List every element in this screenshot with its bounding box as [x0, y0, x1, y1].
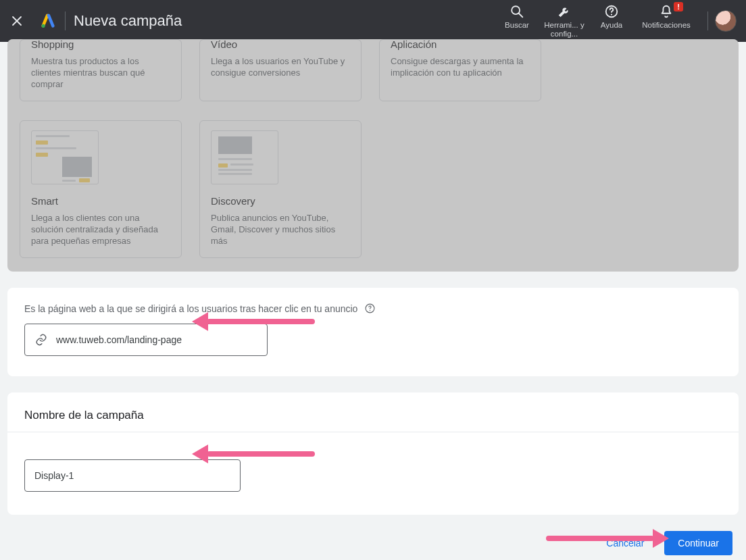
card-thumbnail: [211, 130, 278, 184]
tools-action[interactable]: Herrami... y config...: [543, 4, 586, 39]
card-desc: Llega a los usuarios en YouTube y consig…: [211, 55, 350, 78]
continue-button[interactable]: Continuar: [664, 531, 732, 555]
card-desc: Publica anuncios en YouTube, Gmail, Disc…: [211, 212, 350, 247]
card-desc: Muestra tus productos a los clientes mie…: [31, 55, 170, 90]
footer-actions: Cancelar Continuar: [0, 515, 746, 555]
bell-icon: [659, 4, 674, 19]
close-icon: [11, 15, 23, 27]
link-icon: [34, 333, 48, 347]
campaign-name-input[interactable]: [34, 470, 230, 481]
card-title: Smart: [31, 195, 170, 207]
campaign-name-section: Nombre de la campaña: [7, 392, 739, 515]
landing-url-input[interactable]: [56, 334, 257, 345]
card-smart[interactable]: Smart Llega a los clientes con una soluc…: [20, 120, 182, 258]
appbar-divider-2: [707, 11, 708, 30]
card-desc: Consigue descargas y aumenta la implicac…: [391, 55, 530, 78]
help-label: Ayuda: [601, 21, 622, 30]
card-desc: Llega a los clientes con una solución ce…: [31, 212, 170, 247]
wrench-icon: [557, 4, 572, 19]
svg-point-3: [611, 14, 612, 15]
close-button[interactable]: [0, 15, 34, 27]
user-avatar[interactable]: [715, 10, 737, 32]
cancel-button[interactable]: Cancelar: [601, 532, 649, 555]
card-video[interactable]: Vídeo Llega a los usuarios en YouTube y …: [199, 39, 362, 101]
notification-badge: !: [674, 2, 683, 11]
notifications-label: Notificaciones: [642, 21, 691, 30]
landing-page-section: Es la página web a la que se dirigirá a …: [7, 288, 739, 376]
card-thumbnail: [31, 130, 99, 184]
appbar-actions: Buscar Herrami... y config... Ayuda ! No…: [495, 4, 701, 39]
card-discovery[interactable]: Discovery Publica anuncios en YouTube, G…: [199, 120, 362, 258]
tools-label: Herrami... y config...: [543, 21, 586, 39]
card-app[interactable]: Aplicación Consigue descargas y aumenta …: [379, 39, 541, 101]
ads-logo-icon: [41, 14, 55, 28]
card-shopping[interactable]: Shopping Muestra tus productos a los cli…: [20, 39, 182, 101]
search-icon: [509, 4, 524, 19]
appbar-divider: [65, 11, 66, 30]
svg-point-0: [42, 24, 45, 28]
campaign-type-panel: Shopping Muestra tus productos a los cli…: [7, 39, 739, 272]
landing-help-text: Es la página web a la que se dirigirá a …: [24, 303, 357, 314]
campaign-name-heading: Nombre de la campaña: [24, 409, 722, 422]
card-title: Discovery: [211, 195, 350, 207]
page-title: Nueva campaña: [74, 12, 182, 30]
help-circle-icon[interactable]: [364, 303, 376, 314]
app-bar: Nueva campaña Buscar Herrami... y config…: [0, 0, 746, 42]
card-title: Vídeo: [211, 39, 350, 50]
help-action[interactable]: Ayuda: [590, 4, 633, 30]
search-action[interactable]: Buscar: [495, 4, 539, 30]
help-icon: [604, 4, 619, 19]
ads-logo: [34, 14, 62, 28]
landing-url-field[interactable]: [24, 324, 268, 356]
campaign-name-field[interactable]: [24, 459, 241, 492]
search-label: Buscar: [505, 21, 529, 30]
card-title: Shopping: [31, 39, 170, 50]
card-title: Aplicación: [391, 39, 530, 50]
notifications-action[interactable]: ! Notificaciones: [637, 4, 695, 30]
svg-point-5: [370, 310, 370, 311]
